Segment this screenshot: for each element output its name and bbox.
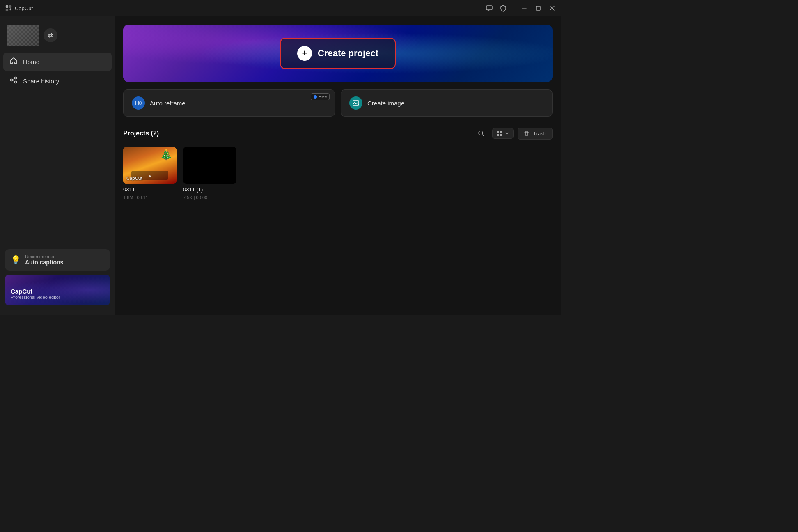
- hero-banner: + Create project: [123, 25, 553, 82]
- search-button[interactable]: [474, 126, 488, 140]
- sidebar-item-share-history[interactable]: Share history: [3, 72, 112, 90]
- auto-captions-label: Auto captions: [25, 259, 63, 266]
- view-toggle-button[interactable]: [492, 128, 514, 139]
- christmas-thumbnail: 🎄 ● CapCut: [123, 147, 177, 184]
- minimize-button[interactable]: [521, 5, 528, 12]
- sidebar: Home Share history 💡 Recommended: [0, 16, 115, 315]
- project-meta-0311-1: 7.5K | 00:00: [183, 195, 236, 200]
- avatar: [7, 25, 39, 46]
- home-icon: [9, 57, 18, 67]
- free-label: Free: [318, 94, 327, 99]
- auto-captions-icon: 💡: [11, 255, 21, 265]
- trash-button[interactable]: Trash: [518, 128, 553, 140]
- sidebar-bottom: 💡 Recommended Auto captions CapCut Profe…: [0, 244, 115, 310]
- project-thumbnail-0311-1: [183, 147, 236, 184]
- project-thumbnail-0311: 🎄 ● CapCut: [123, 147, 177, 184]
- svg-rect-4: [522, 8, 527, 9]
- sidebar-item-home-label: Home: [23, 58, 39, 65]
- capcut-logo-icon: [5, 5, 12, 12]
- free-badge: Free: [311, 93, 330, 100]
- plus-circle-icon: +: [297, 46, 312, 61]
- trash-label: Trash: [533, 131, 546, 137]
- project-grid: 🎄 ● CapCut 0311 1.8M | 00:11: [123, 147, 553, 200]
- auto-reframe-icon: [132, 96, 145, 110]
- svg-point-6: [15, 77, 17, 79]
- avatar-image: [7, 25, 39, 46]
- svg-rect-17: [500, 134, 502, 136]
- auto-captions-text: Recommended Auto captions: [25, 254, 63, 266]
- project-meta-0311: 1.8M | 00:11: [123, 195, 177, 200]
- svg-rect-0: [6, 5, 8, 8]
- create-image-button[interactable]: Create image: [341, 89, 553, 117]
- svg-rect-1: [9, 5, 11, 8]
- main-content: + Create project Auto reframe Free: [115, 16, 561, 315]
- svg-rect-15: [500, 131, 502, 133]
- app-layout: Home Share history 💡 Recommended: [0, 16, 561, 315]
- create-image-icon: [349, 96, 362, 110]
- black-thumbnail: [183, 147, 236, 184]
- auto-captions-card[interactable]: 💡 Recommended Auto captions: [5, 249, 110, 271]
- message-icon[interactable]: [486, 5, 493, 12]
- create-project-label: Create project: [318, 48, 378, 59]
- recommended-label: Recommended: [25, 254, 63, 259]
- project-name-0311-1: 0311 (1): [183, 186, 236, 193]
- svg-rect-10: [140, 102, 141, 104]
- svg-rect-3: [486, 6, 492, 10]
- maximize-button[interactable]: [534, 5, 542, 12]
- create-image-label: Create image: [367, 100, 404, 107]
- switch-account-button[interactable]: [44, 28, 57, 42]
- share-icon: [9, 76, 18, 86]
- sidebar-item-share-history-label: Share history: [23, 78, 59, 85]
- projects-header: Projects (2): [123, 126, 553, 140]
- close-button[interactable]: [548, 5, 556, 12]
- auto-reframe-button[interactable]: Auto reframe Free: [123, 89, 335, 117]
- sidebar-avatar-area: [0, 21, 115, 53]
- project-name-0311: 0311: [123, 186, 177, 193]
- sidebar-nav: Home Share history: [0, 53, 115, 244]
- free-badge-circle: [314, 95, 317, 99]
- shield-icon[interactable]: [500, 5, 507, 12]
- app-name: CapCut: [15, 5, 33, 11]
- promo-title: CapCut: [11, 288, 104, 295]
- projects-title: Projects (2): [123, 130, 159, 137]
- promo-subtitle: Professional video editor: [11, 295, 104, 300]
- svg-rect-2: [6, 9, 8, 11]
- feature-row: Auto reframe Free Create image: [123, 89, 553, 117]
- capcut-promo-card[interactable]: CapCut Professional video editor: [5, 275, 110, 305]
- promo-text: CapCut Professional video editor: [11, 288, 104, 300]
- app-logo: CapCut: [5, 5, 33, 12]
- svg-rect-11: [353, 101, 359, 105]
- create-project-button[interactable]: + Create project: [280, 38, 396, 69]
- sidebar-item-home[interactable]: Home: [3, 53, 112, 71]
- titlebar: CapCut: [0, 0, 561, 16]
- titlebar-separator: [514, 5, 514, 11]
- svg-rect-14: [497, 131, 499, 133]
- auto-reframe-label: Auto reframe: [150, 100, 186, 107]
- project-card-0311[interactable]: 🎄 ● CapCut 0311 1.8M | 00:11: [123, 147, 177, 200]
- svg-rect-16: [497, 134, 499, 136]
- titlebar-left: CapCut: [5, 5, 33, 12]
- project-card-0311-1[interactable]: 0311 (1) 7.5K | 00:00: [183, 147, 236, 200]
- project-overlay-text: CapCut: [126, 176, 142, 181]
- svg-point-7: [11, 79, 13, 81]
- titlebar-controls: [486, 5, 556, 12]
- svg-rect-5: [536, 6, 540, 10]
- svg-rect-9: [135, 101, 139, 105]
- projects-controls: Trash: [474, 126, 553, 140]
- svg-point-8: [15, 81, 17, 83]
